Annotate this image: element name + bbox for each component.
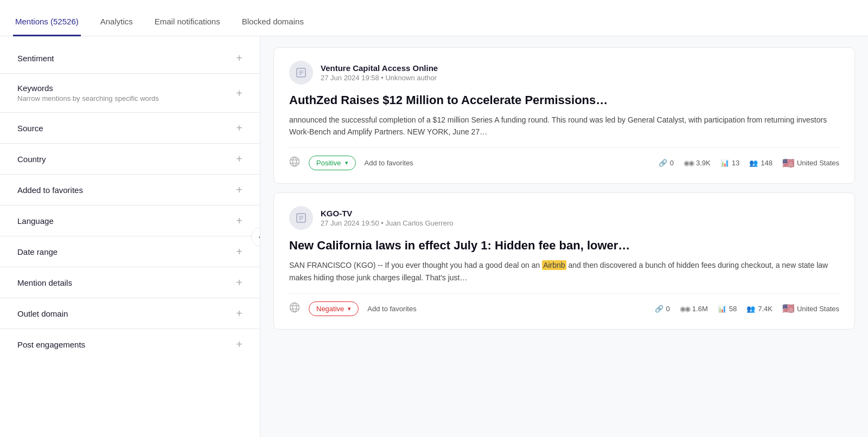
main-layout: ← Sentiment+KeywordsNarrow mentions by s… bbox=[0, 36, 868, 437]
card-stats: 🔗0◉◉1.6M📊58👥7.4K🇺🇸United States bbox=[655, 303, 839, 314]
filter-label-outletdomain: Outlet domain bbox=[17, 309, 68, 318]
filter-expand-icon-sentiment[interactable]: + bbox=[236, 53, 242, 63]
svg-point-12 bbox=[290, 303, 299, 312]
filter-sentiment[interactable]: Sentiment+ bbox=[0, 43, 260, 74]
filter-label-country: Country bbox=[17, 155, 46, 164]
reach-icon: ◉◉ bbox=[680, 305, 690, 313]
filter-keywords[interactable]: KeywordsNarrow mentions by searching spe… bbox=[0, 74, 260, 113]
country-flag: 🇺🇸 bbox=[782, 157, 794, 169]
web-icon[interactable] bbox=[289, 156, 300, 170]
add-favorites-button[interactable]: Add to favorites bbox=[367, 305, 416, 313]
shares-icon: 👥 bbox=[749, 159, 758, 167]
sidebar: ← Sentiment+KeywordsNarrow mentions by s… bbox=[0, 36, 260, 437]
shares-icon: 👥 bbox=[746, 305, 755, 313]
sentiment-label: Positive bbox=[316, 159, 341, 167]
stat-links: 🔗0 bbox=[659, 159, 674, 167]
filter-expand-icon-outletdomain[interactable]: + bbox=[236, 308, 242, 319]
stat-shares-value: 148 bbox=[761, 159, 773, 167]
filter-label-sentiment: Sentiment bbox=[17, 54, 54, 63]
filter-expand-icon-favorites[interactable]: + bbox=[236, 184, 242, 195]
svg-point-5 bbox=[293, 157, 297, 166]
card-header: KGO-TV27 Jun 2024 19:50 • Juan Carlos Gu… bbox=[289, 206, 839, 230]
card-footer: Negative▾Add to favorites🔗0◉◉1.6M📊58👥7.4… bbox=[289, 293, 839, 316]
source-name: KGO-TV bbox=[321, 209, 453, 218]
sentiment-chevron: ▾ bbox=[345, 159, 348, 166]
card-footer: Positive▾Add to favorites🔗0◉◉3.9K📊13👥148… bbox=[289, 147, 839, 170]
stat-shares: 👥7.4K bbox=[746, 305, 773, 313]
tab-analytics[interactable]: Analytics bbox=[98, 17, 135, 36]
svg-point-4 bbox=[290, 157, 299, 166]
filter-favorites[interactable]: Added to favorites+ bbox=[0, 175, 260, 205]
filter-country[interactable]: Country+ bbox=[0, 144, 260, 175]
tab-blocked[interactable]: Blocked domains bbox=[240, 17, 306, 36]
sentiment-badge[interactable]: Negative▾ bbox=[309, 301, 359, 316]
filter-label-postengagements: Post engagements bbox=[17, 340, 85, 349]
stat-engagements: 📊13 bbox=[720, 159, 739, 167]
content-area: Venture Capital Access Online27 Jun 2024… bbox=[260, 36, 868, 437]
stat-engagements-value: 13 bbox=[732, 159, 739, 167]
stat-engagements-value: 58 bbox=[729, 305, 737, 313]
stat-shares: 👥148 bbox=[749, 159, 773, 167]
stat-engagements: 📊58 bbox=[718, 305, 737, 313]
filter-expand-icon-language[interactable]: + bbox=[236, 215, 242, 226]
stat-country: 🇺🇸United States bbox=[782, 157, 839, 169]
filter-label-favorites: Added to favorites bbox=[17, 185, 83, 195]
stat-reach: ◉◉1.6M bbox=[680, 305, 708, 313]
card-body: announced the successful completion of a… bbox=[289, 114, 839, 138]
country-name: United States bbox=[797, 159, 839, 167]
tab-mentions[interactable]: Mentions (52526) bbox=[13, 17, 81, 36]
filter-label-mentiondetails: Mention details bbox=[17, 278, 72, 287]
filter-language[interactable]: Language+ bbox=[0, 205, 260, 236]
filter-expand-icon-mentiondetails[interactable]: + bbox=[236, 277, 242, 288]
card-body: SAN FRANCISCO (KGO) -- If you ever thoug… bbox=[289, 259, 839, 284]
filter-outletdomain[interactable]: Outlet domain+ bbox=[0, 298, 260, 329]
card-meta-sub: 27 Jun 2024 19:58 • Unknown author bbox=[321, 74, 438, 82]
reach-icon: ◉◉ bbox=[684, 159, 693, 167]
stat-reach-value: 1.6M bbox=[692, 305, 708, 313]
svg-point-13 bbox=[293, 303, 297, 312]
tabs-bar: Mentions (52526)AnalyticsEmail notificat… bbox=[0, 0, 868, 36]
card-headline[interactable]: AuthZed Raises $12 Million to Accelerate… bbox=[289, 92, 839, 108]
filter-label-source: Source bbox=[17, 124, 43, 133]
card-header: Venture Capital Access Online27 Jun 2024… bbox=[289, 61, 839, 85]
stat-links-value: 0 bbox=[670, 159, 674, 167]
filter-expand-icon-daterange[interactable]: + bbox=[236, 246, 242, 257]
stat-reach: ◉◉3.9K bbox=[684, 159, 711, 167]
stat-reach-value: 3.9K bbox=[696, 159, 711, 167]
card-headline[interactable]: New California laws in effect July 1: Hi… bbox=[289, 237, 839, 254]
filter-sublabel-keywords: Narrow mentions by searching specific wo… bbox=[17, 94, 159, 102]
sentiment-label: Negative bbox=[316, 305, 344, 313]
stat-shares-value: 7.4K bbox=[758, 305, 773, 313]
filter-expand-icon-postengagements[interactable]: + bbox=[236, 339, 242, 350]
card-stats: 🔗0◉◉3.9K📊13👥148🇺🇸United States bbox=[659, 157, 839, 169]
filter-expand-icon-source[interactable]: + bbox=[236, 123, 242, 133]
web-icon[interactable] bbox=[289, 302, 300, 316]
link-icon: 🔗 bbox=[659, 159, 667, 167]
link-icon: 🔗 bbox=[655, 305, 663, 313]
mention-card-m2: KGO-TV27 Jun 2024 19:50 • Juan Carlos Gu… bbox=[273, 192, 855, 329]
engagements-icon: 📊 bbox=[718, 305, 726, 313]
mention-card-m1: Venture Capital Access Online27 Jun 2024… bbox=[273, 47, 855, 184]
country-flag: 🇺🇸 bbox=[782, 303, 794, 314]
filter-expand-icon-keywords[interactable]: + bbox=[236, 88, 242, 99]
filter-source[interactable]: Source+ bbox=[0, 113, 260, 144]
stat-links-value: 0 bbox=[666, 305, 670, 313]
filter-postengagements[interactable]: Post engagements+ bbox=[0, 329, 260, 359]
filter-label-keywords: Keywords bbox=[17, 83, 159, 93]
card-meta-sub: 27 Jun 2024 19:50 • Juan Carlos Guerrero bbox=[321, 219, 453, 227]
filter-label-language: Language bbox=[17, 216, 54, 226]
country-name: United States bbox=[797, 305, 839, 313]
source-avatar bbox=[289, 61, 313, 85]
add-favorites-button[interactable]: Add to favorites bbox=[365, 159, 413, 167]
sentiment-badge[interactable]: Positive▾ bbox=[309, 156, 356, 170]
source-avatar bbox=[289, 206, 313, 230]
highlight-word: Airbnb bbox=[542, 260, 566, 270]
filter-daterange[interactable]: Date range+ bbox=[0, 236, 260, 267]
tab-email[interactable]: Email notifications bbox=[152, 17, 222, 36]
source-name: Venture Capital Access Online bbox=[321, 63, 438, 73]
filter-expand-icon-country[interactable]: + bbox=[236, 153, 242, 164]
sentiment-chevron: ▾ bbox=[348, 305, 351, 312]
stat-country: 🇺🇸United States bbox=[782, 303, 839, 314]
filter-mentiondetails[interactable]: Mention details+ bbox=[0, 267, 260, 298]
stat-links: 🔗0 bbox=[655, 305, 670, 313]
